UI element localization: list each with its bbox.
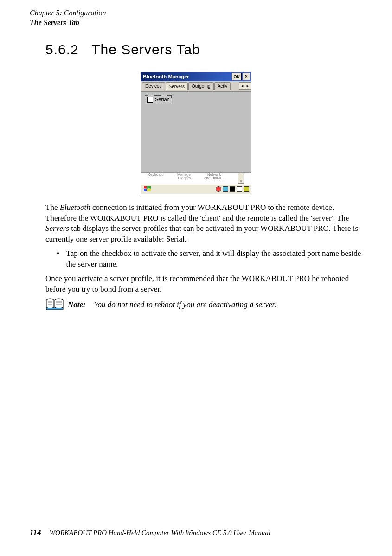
- tray-icon-5[interactable]: [244, 186, 249, 192]
- book-icon: [45, 298, 64, 314]
- note-block: Note: You do not need to reboot if you a…: [68, 300, 364, 314]
- tab-outgoing[interactable]: Outgoing: [188, 82, 214, 90]
- paragraph-2: Once you activate a server profile, it i…: [45, 274, 364, 295]
- footer-text: WORKABOUT PRO Hand-Held Computer With Wi…: [50, 529, 270, 537]
- serial-checkbox[interactable]: [147, 97, 153, 103]
- windows-logo-icon: [143, 185, 152, 193]
- desktop-row: Keyboard Manage Triggers Network and Dia…: [141, 172, 251, 184]
- chevron-down-icon: ▼: [239, 179, 243, 183]
- tab-scroll-left[interactable]: ◄: [239, 83, 245, 89]
- serial-label: Serial:: [155, 97, 169, 102]
- tab-scroll-right[interactable]: ►: [245, 83, 251, 89]
- tab-scroll-arrows: ◄ ►: [239, 82, 251, 90]
- tray-icon-1[interactable]: [216, 186, 221, 192]
- tab-strip: Devices Servers Outgoing Activ ◄ ►: [141, 81, 251, 92]
- figure-container: Bluetooth Manager OK × Devices Servers O…: [0, 72, 392, 194]
- desktop-item-network[interactable]: Network and Dial-u...: [204, 173, 224, 180]
- note-body: You do not need to reboot if you are dea…: [94, 300, 276, 310]
- ok-button[interactable]: OK: [232, 73, 242, 80]
- close-button[interactable]: ×: [243, 73, 250, 80]
- page-number: 114: [30, 528, 41, 537]
- tray-icon-3[interactable]: [230, 186, 235, 192]
- body-text: The Bluetooth connection is initiated fr…: [45, 203, 364, 314]
- system-tray: [216, 186, 251, 192]
- header-section: The Servers Tab: [30, 18, 392, 28]
- note-label: Note:: [68, 300, 86, 310]
- section-heading: 5.6.2 The Servers Tab: [45, 42, 392, 58]
- serial-option[interactable]: Serial:: [145, 95, 172, 104]
- scroll-down-button[interactable]: ▼: [238, 173, 244, 184]
- window-title: Bluetooth Manager: [143, 74, 232, 79]
- window-titlebar: Bluetooth Manager OK ×: [141, 72, 251, 81]
- bullet-mark: •: [57, 249, 66, 270]
- bullet-text: Tap on the checkbox to activate the serv…: [66, 249, 365, 270]
- desktop-item-manage-triggers[interactable]: Manage Triggers: [177, 173, 191, 180]
- page-footer: 114 WORKABOUT PRO Hand-Held Computer Wit…: [30, 528, 270, 537]
- heading-title: The Servers Tab: [91, 42, 200, 57]
- heading-number: 5.6.2: [45, 42, 79, 57]
- desktop-item-keyboard[interactable]: Keyboard: [148, 173, 164, 177]
- tray-icon-2[interactable]: [223, 186, 228, 192]
- page-header: Chapter 5: Configuration The Servers Tab: [0, 0, 392, 28]
- bullet-item: • Tap on the checkbox to activate the se…: [57, 249, 364, 270]
- paragraph-1: The Bluetooth connection is initiated fr…: [45, 203, 364, 245]
- taskbar: [141, 184, 251, 194]
- tab-servers[interactable]: Servers: [166, 82, 188, 90]
- bluetooth-manager-window: Bluetooth Manager OK × Devices Servers O…: [141, 72, 251, 194]
- tab-active[interactable]: Activ: [214, 82, 231, 90]
- tab-devices[interactable]: Devices: [142, 82, 165, 90]
- start-button[interactable]: [142, 185, 153, 193]
- tray-icon-4[interactable]: [237, 186, 242, 192]
- tab-body: Serial:: [141, 92, 251, 172]
- header-chapter: Chapter 5: Configuration: [30, 8, 392, 18]
